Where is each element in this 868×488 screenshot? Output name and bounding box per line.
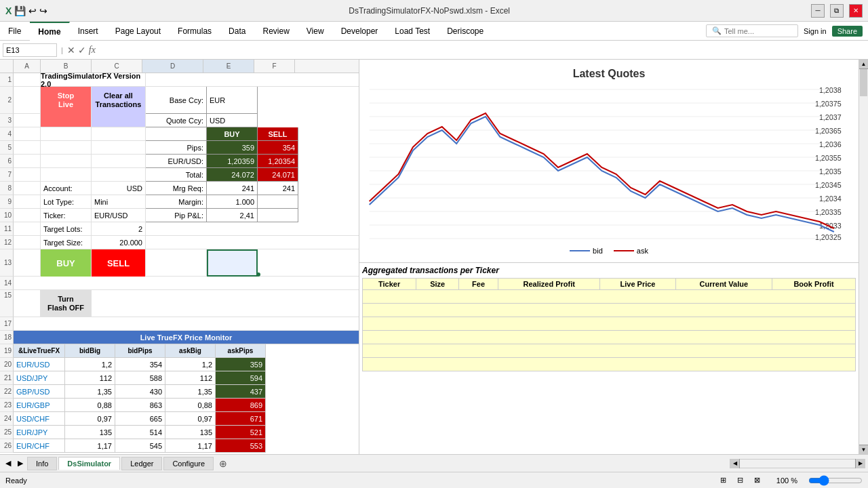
cell-d9[interactable]: Margin: (146, 195, 207, 209)
tab-insert[interactable]: Insert (70, 22, 107, 41)
cell-d6[interactable]: EUR/USD: (146, 155, 207, 168)
buy-button[interactable]: BUY (41, 249, 92, 277)
window-controls[interactable]: ─ ⧉ ✕ (811, 4, 863, 18)
cell-f7[interactable]: 24.071 (258, 168, 298, 182)
scroll-right-button[interactable]: ▶ (855, 459, 865, 468)
monitor-bidpips[interactable]: 588 (115, 371, 165, 385)
sheet-tab-dssimulator[interactable]: DsSimulator (58, 457, 120, 470)
vertical-scrollbar[interactable]: ▲ ▼ (859, 60, 868, 454)
cell-e13-selected[interactable] (207, 249, 258, 277)
sheet-tab-configure[interactable]: Configure (163, 457, 214, 470)
monitor-askbig[interactable]: 1,2 (165, 358, 216, 371)
cell-c9[interactable]: Mini (92, 195, 146, 209)
scroll-thumb[interactable] (860, 69, 867, 96)
cell-b5[interactable] (41, 141, 92, 155)
cell-d2[interactable]: Base Ccy: (146, 87, 207, 114)
cell-b12[interactable]: Target Size: (41, 236, 92, 249)
tab-page-layout[interactable]: Page Layout (107, 22, 170, 41)
monitor-askpips[interactable]: 869 (216, 399, 266, 412)
monitor-askbig[interactable]: 1,17 (165, 439, 216, 453)
monitor-askpips[interactable]: 359 (216, 358, 266, 371)
turn-flash-off-button[interactable]: Turn Flash OFF (41, 290, 92, 317)
cell-a8[interactable] (14, 182, 41, 195)
clear-transactions-button[interactable]: Clear all Transactions (92, 87, 146, 114)
cell-e8[interactable]: 241 (207, 182, 258, 195)
cell-f5[interactable]: 354 (258, 141, 298, 155)
cell-b3[interactable] (41, 114, 92, 127)
cell-rest-15[interactable] (92, 290, 359, 317)
cell-d3[interactable]: Quote Ccy: (146, 114, 207, 127)
cell-d13[interactable] (146, 249, 207, 277)
cell-rest-14[interactable] (14, 277, 359, 290)
minimize-button[interactable]: ─ (811, 4, 825, 18)
monitor-bidbig[interactable]: 135 (65, 426, 115, 439)
sell-button[interactable]: SELL (92, 249, 146, 277)
restore-button[interactable]: ⧉ (830, 4, 844, 18)
undo-icon[interactable]: ↩ (28, 5, 37, 16)
sheet-tab-info[interactable]: Info (27, 457, 57, 470)
monitor-bidpips[interactable]: 514 (115, 426, 165, 439)
cell-f2[interactable] (258, 87, 359, 114)
cell-b8[interactable]: Account: (41, 182, 92, 195)
cell-a12[interactable] (14, 236, 41, 249)
sheet-tab-ledger[interactable]: Ledger (121, 457, 162, 470)
monitor-askpips[interactable]: 671 (216, 412, 266, 426)
cell-e4-buy[interactable]: BUY (207, 127, 258, 141)
cell-c7[interactable] (92, 168, 146, 182)
cell-e9[interactable]: 1.000 (207, 195, 258, 209)
scroll-sheets-right[interactable]: ▶ (15, 458, 26, 469)
status-view-break[interactable]: ⊠ (754, 476, 760, 485)
cell-e7[interactable]: 24.072 (207, 168, 258, 182)
monitor-bidbig[interactable]: 1,35 (65, 385, 115, 399)
monitor-ticker[interactable]: USD/CHF (14, 412, 65, 426)
scroll-up-button[interactable]: ▲ (859, 60, 868, 69)
stop-live-button[interactable]: Stop Live (41, 87, 92, 114)
cell-b6[interactable] (41, 155, 92, 168)
sign-in-button[interactable]: Sign in (804, 27, 827, 35)
monitor-bidbig[interactable]: 1,17 (65, 439, 115, 453)
tab-developer[interactable]: Developer (333, 22, 387, 41)
scroll-track[interactable] (859, 69, 868, 445)
cell-d7[interactable]: Total: (146, 168, 207, 182)
cancel-formula-icon[interactable]: ✕ (67, 45, 75, 56)
cell-b9[interactable]: Lot Type: (41, 195, 92, 209)
cell-d5[interactable]: Pips: (146, 141, 207, 155)
close-button[interactable]: ✕ (849, 4, 863, 18)
tab-formulas[interactable]: Formulas (170, 22, 220, 41)
redo-icon[interactable]: ↪ (39, 5, 47, 16)
cell-a3[interactable] (14, 114, 41, 127)
scroll-down-button[interactable]: ▼ (859, 445, 868, 454)
add-sheet-button[interactable]: ⊕ (215, 457, 231, 470)
status-view-normal[interactable]: ⊞ (720, 476, 726, 485)
cell-a5[interactable] (14, 141, 41, 155)
scroll-left-button[interactable]: ◀ (730, 459, 740, 468)
cell-a4[interactable] (14, 127, 41, 141)
formula-input[interactable] (98, 46, 865, 54)
cell-rest-1[interactable] (146, 73, 359, 87)
monitor-askpips[interactable]: 553 (216, 439, 266, 453)
cell-f10[interactable] (258, 209, 298, 222)
monitor-askpips[interactable]: 521 (216, 426, 266, 439)
monitor-bidbig[interactable]: 1,2 (65, 358, 115, 371)
monitor-ticker[interactable]: EUR/JPY (14, 426, 65, 439)
cell-c10[interactable]: EUR/USD (92, 209, 146, 222)
monitor-askpips[interactable]: 437 (216, 385, 266, 399)
cell-f6[interactable]: 1,20354 (258, 155, 298, 168)
status-view-page[interactable]: ⊟ (737, 476, 743, 485)
cell-f9[interactable] (258, 195, 298, 209)
cell-c3[interactable] (92, 114, 146, 127)
tab-review[interactable]: Review (254, 22, 298, 41)
monitor-bidpips[interactable]: 545 (115, 439, 165, 453)
cell-e6[interactable]: 1,20359 (207, 155, 258, 168)
cell-c6[interactable] (92, 155, 146, 168)
monitor-askpips[interactable]: 594 (216, 371, 266, 385)
cell-d4[interactable] (146, 127, 207, 141)
cell-f8[interactable]: 241 (258, 182, 298, 195)
tab-view[interactable]: View (298, 22, 333, 41)
zoom-slider[interactable] (808, 476, 863, 485)
cell-f3[interactable] (258, 114, 359, 127)
monitor-askbig[interactable]: 1,35 (165, 385, 216, 399)
cell-a15[interactable] (14, 290, 41, 317)
horizontal-scrollbar[interactable]: ◀ ▶ (730, 459, 865, 468)
share-button[interactable]: Share (832, 26, 863, 37)
